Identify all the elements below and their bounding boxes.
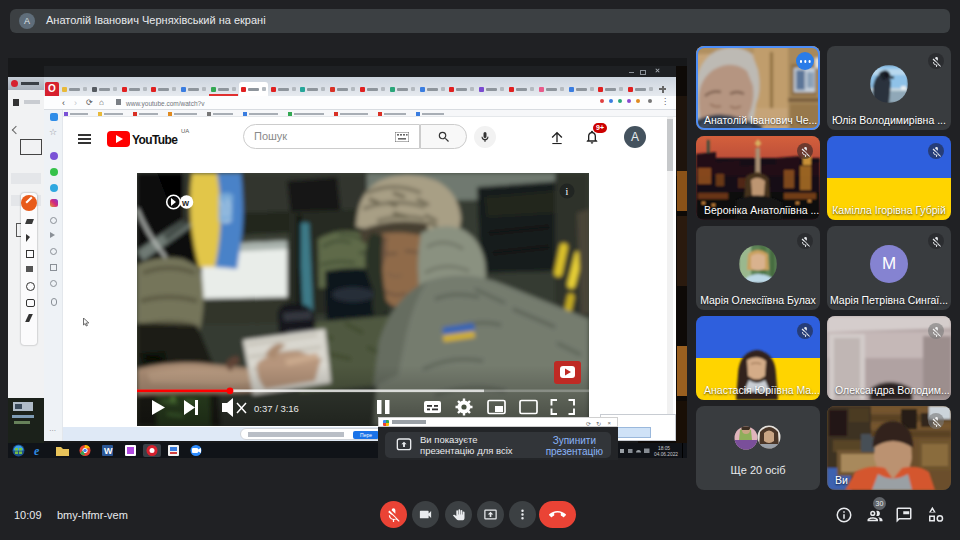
svg-text:04.06.2022: 04.06.2022 <box>654 452 678 457</box>
svg-text:i: i <box>566 186 569 197</box>
svg-text:0:37 / 3:16: 0:37 / 3:16 <box>254 403 299 414</box>
svg-text:e: e <box>34 444 40 458</box>
svg-text:w: w <box>181 198 190 208</box>
svg-text:W: W <box>104 446 113 456</box>
svg-text:18:05: 18:05 <box>658 446 670 451</box>
